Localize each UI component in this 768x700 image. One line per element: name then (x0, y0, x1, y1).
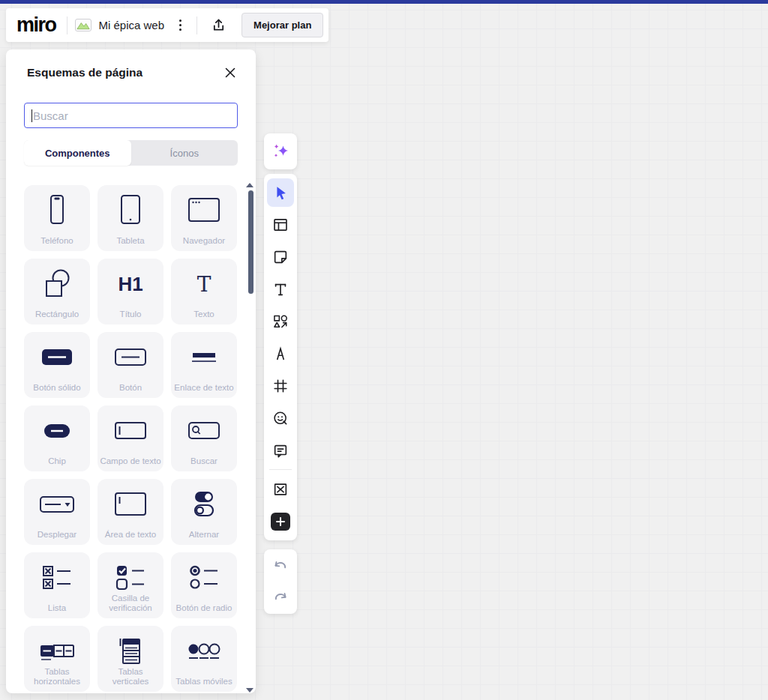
component-tile-boton-solido[interactable]: Botón sólido (24, 332, 90, 398)
dropdown-icon (24, 483, 90, 526)
scroll-up-arrow[interactable] (246, 183, 254, 187)
component-tile-area-de-texto[interactable]: Área de texto (98, 479, 164, 545)
text-caret (32, 109, 32, 122)
pen-tool[interactable] (264, 337, 297, 369)
divider (196, 16, 197, 34)
component-tile-chip[interactable]: Chip (24, 405, 90, 471)
cursor-icon (272, 184, 289, 201)
wireframes-panel: Esquemas de página Buscar Componentes Íc… (6, 49, 256, 693)
tile-label: Título (100, 310, 161, 319)
component-tile-lista[interactable]: Lista (24, 552, 90, 618)
placeholder-x-icon (272, 481, 289, 498)
component-tile-navegador[interactable]: Navegador (171, 185, 237, 251)
rectangle-icon (24, 262, 90, 306)
creation-toolbar (264, 174, 297, 540)
trial-banner-strip (0, 0, 768, 4)
canvas[interactable]: { "topbar": { "logo": "miro", "board_nam… (0, 0, 768, 700)
sparkles-icon (271, 142, 291, 161)
phone-icon (24, 189, 90, 232)
plus-icon (271, 513, 290, 531)
tile-label: Tablas horizontales (26, 667, 88, 687)
wireframe-library-tool[interactable] (264, 473, 297, 505)
sticky-note-tool[interactable] (264, 241, 297, 273)
board-thumbnail-icon[interactable] (75, 19, 92, 31)
toggle-icon (171, 483, 237, 526)
ai-assistant-button[interactable] (264, 133, 297, 169)
textarea-icon (98, 483, 164, 526)
tile-label: Tablas móviles (173, 677, 235, 687)
search-input[interactable]: Buscar (24, 103, 238, 128)
tile-label: Teléfono (26, 236, 88, 246)
tile-label: Botón (100, 383, 161, 393)
component-tile-campo-de-texto[interactable]: Campo de texto (98, 405, 164, 471)
component-tile-casilla-de-verificacion[interactable]: Casilla de verificación (98, 552, 164, 618)
scroll-down-arrow[interactable] (246, 688, 254, 693)
miro-logo: miro (16, 13, 59, 37)
tile-label: Chip (26, 456, 88, 466)
tile-label: Navegador (173, 236, 235, 246)
text-link-icon (171, 336, 237, 379)
frame-icon (272, 378, 289, 394)
add-tool-button[interactable] (264, 505, 297, 537)
tab-componentes[interactable]: Componentes (24, 140, 131, 166)
search-placeholder: Buscar (33, 109, 68, 122)
stickers-icon (272, 410, 289, 426)
close-panel-button[interactable] (223, 65, 238, 80)
list-icon (24, 556, 90, 600)
select-tool[interactable] (264, 176, 297, 208)
undo-icon (272, 558, 289, 573)
upgrade-plan-button[interactable]: Mejorar plan (242, 13, 323, 37)
tile-label: Rectángulo (26, 310, 88, 319)
tile-label: Buscar (173, 456, 235, 466)
component-tile-texto[interactable]: T Texto (171, 259, 237, 325)
component-tile-buscar[interactable]: Buscar (171, 405, 237, 471)
component-tile-boton[interactable]: Botón (98, 332, 164, 398)
tile-label: Tablas verticales (100, 667, 161, 687)
tile-label: Lista (26, 603, 88, 613)
redo-button[interactable] (264, 582, 297, 612)
shapes-tool[interactable] (264, 305, 297, 337)
panel-scrollbar-thumb[interactable] (248, 190, 254, 294)
component-tile-tableta[interactable]: Tableta (98, 185, 164, 251)
panel-title: Esquemas de página (27, 66, 142, 79)
component-tile-tablas-moviles[interactable]: Tablas móviles (171, 626, 237, 692)
undo-button[interactable] (264, 551, 297, 581)
comment-tool[interactable] (264, 434, 297, 466)
tablet-icon (98, 189, 164, 232)
browser-icon (171, 189, 237, 232)
heading-icon: H1 (98, 262, 164, 306)
text-icon: T (171, 262, 237, 306)
panel-tabs: Componentes Íconos (24, 140, 238, 166)
component-tile-desplegar[interactable]: Desplegar (24, 479, 90, 545)
export-button[interactable] (205, 14, 232, 36)
tab-iconos[interactable]: Íconos (131, 140, 238, 166)
top-bar: miro Mi épica web Mejorar plan (6, 8, 328, 42)
shapes-icon (272, 313, 289, 330)
comment-icon (272, 442, 289, 459)
text-field-icon (98, 409, 164, 453)
component-tile-enlace-de-texto[interactable]: Enlace de texto (171, 332, 237, 398)
component-tile-rectangulo[interactable]: Rectángulo (24, 259, 90, 325)
chip-icon (24, 409, 90, 453)
tile-label: Botón sólido (26, 383, 88, 393)
board-menu-button[interactable] (172, 15, 189, 35)
templates-icon (272, 217, 289, 233)
tile-label: Tableta (100, 236, 161, 246)
component-tile-boton-de-radio[interactable]: Botón de radio (171, 552, 237, 618)
tile-label: Enlace de texto (173, 383, 235, 393)
templates-tool[interactable] (264, 208, 297, 241)
radio-icon (171, 556, 237, 600)
stickers-tool[interactable] (264, 402, 297, 434)
component-tile-titulo[interactable]: H1 Título (98, 259, 164, 325)
component-tile-tablas-horizontales[interactable]: Tablas horizontales (24, 626, 90, 692)
board-title[interactable]: Mi épica web (99, 19, 165, 31)
frame-tool[interactable] (264, 369, 297, 402)
tile-label: Área de texto (100, 530, 161, 540)
component-grid: Teléfono Tableta Navegador (24, 185, 238, 692)
component-tile-telefono[interactable]: Teléfono (24, 185, 90, 251)
solid-button-icon (24, 336, 90, 379)
component-tile-alternar[interactable]: Alternar (171, 479, 237, 545)
divider (67, 16, 68, 34)
component-tile-tablas-verticales[interactable]: Tablas verticales (98, 626, 164, 692)
text-tool[interactable] (264, 273, 297, 305)
